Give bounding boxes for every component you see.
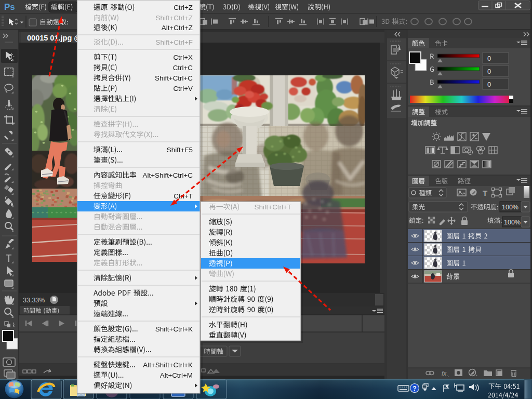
svg-text:Ctrl+X: Ctrl+X bbox=[173, 54, 193, 61]
svg-text:Alt+Shift+Ctrl+C: Alt+Shift+Ctrl+C bbox=[143, 171, 193, 179]
svg-text:Alt+Ctrl+Z: Alt+Ctrl+Z bbox=[162, 24, 193, 32]
svg-text:T: T bbox=[483, 189, 487, 197]
svg-text:?: ? bbox=[413, 385, 416, 392]
svg-text:Shift+Ctrl+C: Shift+Ctrl+C bbox=[155, 74, 193, 82]
svg-text:0: 0 bbox=[487, 81, 491, 88]
svg-text:Alt+Ctrl+M: Alt+Ctrl+M bbox=[160, 371, 193, 379]
svg-text:Shift+Ctrl+Z: Shift+Ctrl+Z bbox=[156, 14, 193, 22]
svg-text:Ps: Ps bbox=[4, 2, 15, 12]
svg-text:0: 0 bbox=[487, 68, 491, 75]
svg-text:Ctrl+C: Ctrl+C bbox=[173, 64, 193, 72]
svg-text:100%: 100% bbox=[504, 219, 521, 226]
svg-text:100%: 100% bbox=[502, 204, 518, 211]
svg-text:fx: fx bbox=[442, 370, 447, 377]
svg-text:33.33%: 33.33% bbox=[23, 297, 45, 304]
svg-text:Shift+Ctrl+T: Shift+Ctrl+T bbox=[255, 203, 291, 211]
svg-text:Alt+Shift+Ctrl+K: Alt+Shift+Ctrl+K bbox=[143, 361, 193, 369]
svg-text:Ctrl+Z: Ctrl+Z bbox=[174, 4, 193, 11]
svg-text:Shift+F5: Shift+F5 bbox=[167, 146, 193, 154]
svg-text:0: 0 bbox=[487, 55, 491, 62]
svg-text:Ctrl+V: Ctrl+V bbox=[173, 85, 193, 92]
svg-text:Shift+Ctrl+K: Shift+Ctrl+K bbox=[155, 325, 193, 333]
svg-text:Shift+Ctrl+F: Shift+Ctrl+F bbox=[156, 38, 193, 46]
